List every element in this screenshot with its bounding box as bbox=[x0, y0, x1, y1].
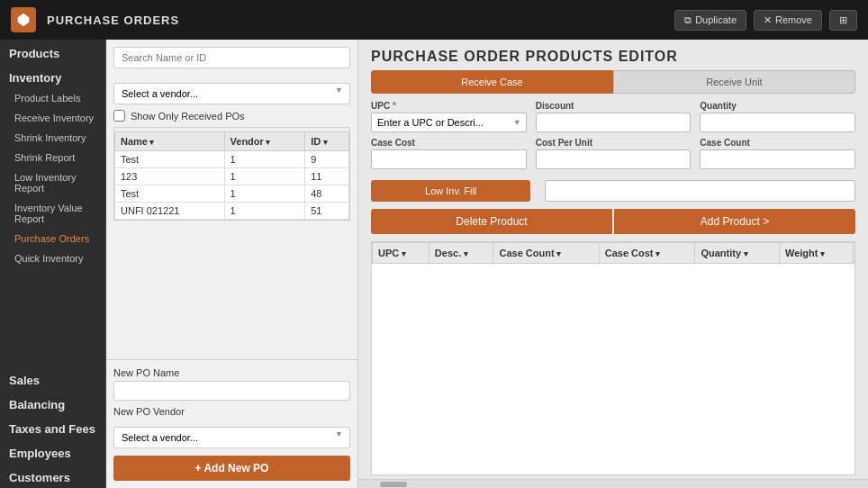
sidebar-section-balancing[interactable]: Balancing bbox=[0, 391, 105, 415]
col-id[interactable]: ID bbox=[305, 132, 349, 151]
cost-per-unit-input[interactable] bbox=[536, 149, 692, 169]
tab-receive-unit[interactable]: Receive Unit bbox=[613, 70, 855, 94]
upc-select[interactable]: Enter a UPC or Descri... bbox=[371, 113, 527, 132]
table-row[interactable]: Test19 bbox=[115, 151, 349, 168]
case-count-label: Case Count bbox=[700, 138, 855, 148]
sidebar-item-purchase-orders[interactable]: Purchase Orders bbox=[0, 229, 105, 249]
sidebar-item-receive-inventory[interactable]: Receive Inventory bbox=[0, 108, 105, 128]
middle-content: Select a vendor... Show Only Received PO… bbox=[106, 40, 357, 359]
sidebar-item-shrink-report[interactable]: Shrink Report bbox=[0, 148, 105, 167]
cost-per-unit-label: Cost Per Unit bbox=[536, 138, 692, 148]
sidebar-section-employees[interactable]: Employees bbox=[0, 439, 105, 464]
po-table-wrap: Name Vendor ID Test19123111Test148UNFI 0… bbox=[113, 127, 350, 221]
table-cell-name: Test bbox=[115, 151, 225, 168]
show-received-row: Show Only Received POs bbox=[113, 110, 350, 122]
product-col-casecount[interactable]: Case Count bbox=[493, 243, 599, 264]
scrollbar-thumb bbox=[380, 482, 407, 487]
grid-button[interactable]: ⊞ bbox=[829, 10, 857, 31]
search-input[interactable] bbox=[113, 47, 350, 68]
product-col-weight[interactable]: Weight bbox=[779, 243, 853, 264]
product-col-casecost[interactable]: Case Cost bbox=[599, 243, 695, 264]
duplicate-label: Duplicate bbox=[695, 14, 737, 25]
vendor-select-wrap: Select a vendor... bbox=[113, 76, 350, 104]
horizontal-scrollbar[interactable] bbox=[358, 479, 868, 488]
new-po-vendor-select[interactable]: Select a vendor... bbox=[113, 427, 350, 448]
duplicate-button[interactable]: ⧉ Duplicate bbox=[674, 10, 746, 31]
case-cost-input[interactable] bbox=[371, 149, 527, 169]
product-col-type[interactable]: Type bbox=[853, 243, 855, 264]
app-title: PURCHASE ORDERS bbox=[47, 14, 664, 27]
new-po-name-input[interactable] bbox=[113, 381, 350, 401]
action-btn-row: Delete Product Add Product > bbox=[371, 209, 855, 234]
quantity-group: Quantity bbox=[700, 101, 855, 132]
case-count-input[interactable] bbox=[700, 149, 855, 169]
table-cell-vendor: 1 bbox=[224, 185, 305, 203]
table-row[interactable]: 123111 bbox=[115, 168, 349, 185]
discount-group: Discount bbox=[536, 101, 692, 132]
app-logo bbox=[11, 7, 36, 32]
sidebar-item-inventory-value-report[interactable]: Inventory Value Report bbox=[0, 198, 105, 229]
delete-product-button[interactable]: Delete Product bbox=[371, 209, 612, 234]
add-product-button[interactable]: Add Product > bbox=[614, 209, 855, 234]
upc-label: UPC * bbox=[371, 101, 527, 111]
quantity-input[interactable] bbox=[700, 113, 855, 132]
sidebar-section-taxes[interactable]: Taxes and Fees bbox=[0, 415, 105, 439]
low-inv-row: Low Inv. Fill bbox=[371, 180, 855, 202]
product-col-upc[interactable]: UPC bbox=[373, 243, 429, 264]
editor-form: UPC * Enter a UPC or Descri... Discount … bbox=[358, 94, 868, 176]
product-table: UPCDesc.Case CountCase CostQuantityWeigh… bbox=[372, 242, 855, 264]
editor-title: PURCHASE ORDER PRODUCTS EDITOR bbox=[371, 49, 855, 65]
discount-label: Discount bbox=[536, 101, 692, 111]
sidebar-section-customers[interactable]: Customers bbox=[0, 464, 105, 488]
table-cell-name: UNFI 021221 bbox=[115, 203, 225, 220]
sidebar-item-low-inventory-report[interactable]: Low Inventory Report bbox=[0, 167, 105, 198]
po-table: Name Vendor ID Test19123111Test148UNFI 0… bbox=[114, 131, 349, 220]
cost-per-unit-group: Cost Per Unit bbox=[536, 138, 692, 169]
table-cell-vendor: 1 bbox=[224, 203, 305, 220]
show-only-received-label: Show Only Received POs bbox=[131, 111, 245, 122]
sidebar-section-products[interactable]: Products bbox=[0, 40, 105, 64]
quantity-label: Quantity bbox=[700, 101, 855, 111]
discount-input[interactable] bbox=[536, 113, 692, 132]
vendor-select[interactable]: Select a vendor... bbox=[113, 83, 350, 104]
product-col-quantity[interactable]: Quantity bbox=[695, 243, 780, 264]
table-row[interactable]: UNFI 021221151 bbox=[115, 203, 349, 220]
topbar: PURCHASE ORDERS ⧉ Duplicate ✕ Remove ⊞ bbox=[0, 0, 868, 40]
show-only-received-checkbox[interactable] bbox=[113, 110, 125, 122]
duplicate-icon: ⧉ bbox=[684, 14, 692, 26]
col-name[interactable]: Name bbox=[115, 132, 225, 151]
table-cell-vendor: 1 bbox=[224, 168, 305, 185]
sidebar-section-inventory[interactable]: Inventory bbox=[0, 64, 105, 88]
table-cell-id: 48 bbox=[305, 185, 349, 203]
table-cell-name: Test bbox=[115, 185, 225, 203]
sidebar-item-product-labels[interactable]: Product Labels bbox=[0, 88, 105, 108]
tab-row: Receive Case Receive Unit bbox=[371, 70, 855, 94]
product-col-desc[interactable]: Desc. bbox=[429, 243, 493, 264]
low-inv-fill-button[interactable]: Low Inv. Fill bbox=[371, 180, 530, 202]
table-cell-name: 123 bbox=[115, 168, 225, 185]
product-table-wrap: UPCDesc.Case CountCase CostQuantityWeigh… bbox=[371, 241, 855, 475]
new-po-name-label: New PO Name bbox=[113, 367, 350, 378]
low-inv-value-input[interactable] bbox=[545, 180, 855, 202]
case-cost-label: Case Cost bbox=[371, 138, 527, 148]
remove-button[interactable]: ✕ Remove bbox=[754, 10, 822, 31]
upc-input-wrap: Enter a UPC or Descri... bbox=[371, 113, 527, 132]
table-row[interactable]: Test148 bbox=[115, 185, 349, 203]
col-vendor[interactable]: Vendor bbox=[224, 132, 305, 151]
editor-header: PURCHASE ORDER PRODUCTS EDITOR bbox=[358, 40, 868, 70]
upc-required: * bbox=[393, 101, 396, 111]
tab-receive-case[interactable]: Receive Case bbox=[371, 70, 613, 94]
right-panel: PURCHASE ORDER PRODUCTS EDITOR Receive C… bbox=[358, 40, 868, 488]
case-count-group: Case Count bbox=[700, 138, 855, 169]
grid-icon: ⊞ bbox=[839, 14, 847, 26]
table-cell-id: 9 bbox=[305, 151, 349, 168]
sidebar-item-quick-inventory[interactable]: Quick Inventory bbox=[0, 249, 105, 268]
sidebar: Products Inventory Product Labels Receiv… bbox=[0, 40, 106, 488]
add-new-po-button[interactable]: + Add New PO bbox=[113, 456, 350, 481]
sidebar-item-shrink-inventory[interactable]: Shrink Inventory bbox=[0, 128, 105, 148]
sidebar-section-sales[interactable]: Sales bbox=[0, 366, 105, 391]
remove-icon: ✕ bbox=[764, 14, 772, 26]
main-layout: Products Inventory Product Labels Receiv… bbox=[0, 40, 868, 488]
table-cell-id: 51 bbox=[305, 203, 349, 220]
remove-label: Remove bbox=[775, 14, 812, 25]
